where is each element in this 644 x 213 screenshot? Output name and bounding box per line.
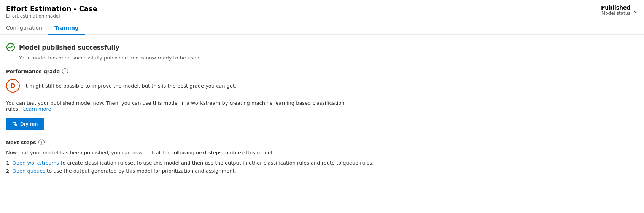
grade-badge: D bbox=[6, 79, 20, 93]
next-steps-section: Next steps i Now that your model has bee… bbox=[6, 139, 638, 174]
test-info-text: You can test your published model now. T… bbox=[6, 100, 348, 112]
page-title: Effort Estimation - Case bbox=[6, 5, 97, 13]
next-steps-label: Next steps i bbox=[6, 139, 638, 145]
tab-nav: Configuration Training bbox=[0, 22, 644, 35]
published-label: Published bbox=[601, 5, 631, 11]
dry-run-button[interactable]: ⚗ Dry run bbox=[6, 118, 44, 130]
grade-row: D It might still be possible to improve … bbox=[6, 79, 638, 93]
tab-configuration[interactable]: Configuration bbox=[6, 22, 48, 35]
main-content: Model published successfully Your model … bbox=[0, 35, 644, 184]
queues-rest-text: to use the output generated by this mode… bbox=[45, 168, 236, 174]
list-item: 1. Open workstreams to create classifica… bbox=[6, 160, 638, 166]
success-banner: Model published successfully bbox=[6, 43, 638, 52]
grade-description: It might still be possible to improve th… bbox=[24, 83, 236, 89]
open-workstreams-link[interactable]: Open workstreams bbox=[13, 160, 59, 166]
next-steps-info-icon[interactable]: i bbox=[38, 139, 45, 145]
success-title: Model published successfully bbox=[19, 44, 119, 51]
success-icon bbox=[6, 43, 15, 52]
next-steps-description: Now that your model has been published, … bbox=[6, 150, 638, 155]
flask-icon: ⚗ bbox=[12, 121, 17, 127]
header-right: Published Model status ⌄ bbox=[601, 5, 638, 16]
page-subtitle: Effort estimation model bbox=[6, 13, 97, 19]
tab-training[interactable]: Training bbox=[48, 22, 85, 35]
dry-run-label: Dry run bbox=[20, 121, 38, 127]
learn-more-link[interactable]: Learn more bbox=[23, 106, 51, 112]
open-queues-link[interactable]: Open queues bbox=[13, 168, 45, 174]
list-item: 2. Open queues to use the output generat… bbox=[6, 168, 638, 174]
success-subtitle: Your model has been successfully publish… bbox=[19, 55, 638, 61]
model-status-label: Model status bbox=[601, 11, 631, 16]
performance-grade-label: Performance grade i bbox=[6, 68, 638, 74]
model-status-block: Published Model status bbox=[601, 5, 631, 16]
page-header: Effort Estimation - Case Effort estimati… bbox=[0, 0, 644, 19]
workstreams-rest-text: to create classification ruleset to use … bbox=[59, 160, 374, 166]
performance-grade-info-icon[interactable]: i bbox=[62, 68, 68, 74]
next-steps-list: 1. Open workstreams to create classifica… bbox=[6, 160, 638, 174]
header-left: Effort Estimation - Case Effort estimati… bbox=[6, 5, 97, 19]
chevron-down-icon[interactable]: ⌄ bbox=[633, 7, 638, 14]
